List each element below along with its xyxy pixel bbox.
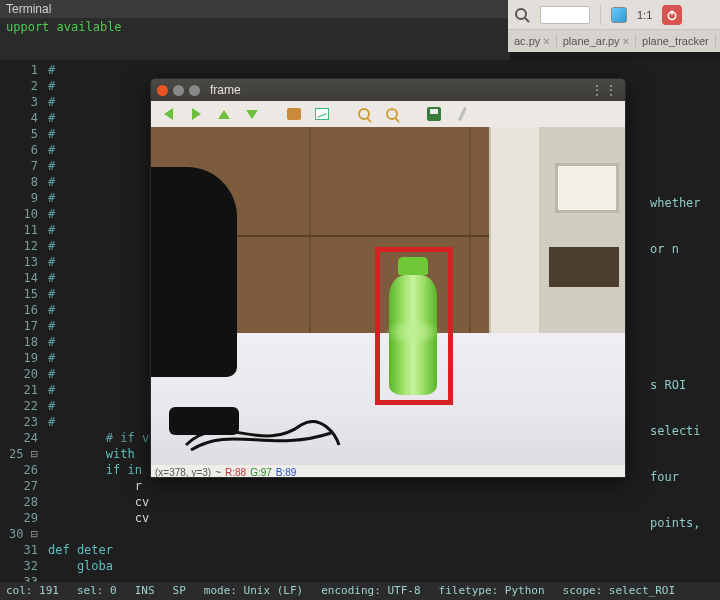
clipped-text: whether or n s ROI selecti four points,: [650, 180, 720, 546]
code-line: # if v: [48, 431, 149, 445]
home-icon[interactable]: [285, 105, 303, 123]
window-grip-icon[interactable]: ⋮⋮: [591, 83, 619, 97]
status-ins: INS: [135, 582, 155, 600]
code-line: with: [48, 447, 135, 461]
readout-xy: (x=378, y=3): [155, 467, 211, 478]
readout-b: B:89: [276, 467, 297, 478]
code-line: r: [48, 479, 142, 493]
svg-point-0: [516, 9, 526, 19]
nav-forward-icon[interactable]: [187, 105, 205, 123]
plot-icon[interactable]: [313, 105, 331, 123]
scene-whiteboard: [555, 163, 619, 213]
opencv-window[interactable]: frame ⋮⋮ (x=378, y=3): [150, 78, 626, 478]
tab-label: ac.py: [514, 35, 540, 47]
svg-line-1: [525, 18, 529, 22]
editor-statusbar: col: 191 sel: 0 INS SP mode: Unix (LF) e…: [0, 582, 720, 600]
code-line: cv: [48, 511, 149, 525]
scene-person: [151, 167, 237, 377]
clipped-line: whether or n: [650, 180, 720, 272]
zoom-in-icon[interactable]: [355, 105, 373, 123]
editor-tabstrip: ac.py× plane_ar.py× plane_tracker: [508, 30, 720, 52]
window-close-icon[interactable]: [157, 85, 168, 96]
nav-down-icon[interactable]: [243, 105, 261, 123]
scene-corkboard: [549, 247, 619, 287]
nav-up-icon[interactable]: [215, 105, 233, 123]
clipped-line: s ROI selecti: [650, 362, 720, 454]
zoom-out-icon[interactable]: [383, 105, 401, 123]
status-encoding: encoding: UTF-8: [321, 582, 420, 600]
code-line: cv: [48, 495, 149, 509]
tray-separator: [600, 5, 601, 25]
zoom-label: 1:1: [637, 9, 652, 21]
tab-plane-ar[interactable]: plane_ar.py×: [557, 35, 636, 47]
tab-ac-py[interactable]: ac.py×: [508, 35, 557, 47]
code-line: if in: [48, 463, 142, 477]
system-tray: 1:1: [508, 0, 720, 30]
brush-icon[interactable]: [453, 105, 471, 123]
tab-label: plane_tracker: [642, 35, 709, 47]
search-icon[interactable]: [514, 7, 530, 23]
window-maximize-icon[interactable]: [189, 85, 200, 96]
status-scope: scope: select_ROI: [563, 582, 676, 600]
pixel-readout: (x=378, y=3) ~ R:88 G:97 B:89: [151, 465, 625, 478]
line-number-gutter: 1 2 3 4 5 6 7 8 9 10 11 12 13 14 15 16 1…: [0, 60, 44, 582]
save-icon[interactable]: [425, 105, 443, 123]
status-mode: mode: Unix (LF): [204, 582, 303, 600]
close-icon[interactable]: ×: [623, 35, 629, 47]
readout-r: R:88: [225, 467, 246, 478]
color-swatch-icon[interactable]: [611, 7, 627, 23]
status-col: col: 191: [6, 582, 59, 600]
search-input[interactable]: [540, 6, 590, 24]
code-line: globa: [48, 559, 113, 573]
close-icon[interactable]: ×: [543, 35, 549, 47]
window-minimize-icon[interactable]: [173, 85, 184, 96]
window-titlebar[interactable]: frame ⋮⋮: [151, 79, 625, 101]
image-toolbar: [151, 101, 625, 127]
power-icon[interactable]: [662, 5, 682, 25]
readout-g: G:97: [250, 467, 272, 478]
code-line: def deter: [48, 543, 113, 557]
terminal-line: upport available: [6, 20, 122, 34]
status-sel: sel: 0: [77, 582, 117, 600]
status-sp: SP: [173, 582, 186, 600]
tab-plane-tracker[interactable]: plane_tracker: [636, 35, 716, 47]
roi-bounding-box[interactable]: [375, 247, 453, 405]
terminal-titlebar: Terminal: [0, 0, 510, 18]
camera-view[interactable]: [151, 127, 625, 465]
scene-door: [489, 127, 539, 347]
readout-tilde: ~: [215, 467, 221, 478]
tab-label: plane_ar.py: [563, 35, 620, 47]
clipped-line: four points,: [650, 454, 720, 546]
status-filetype: filetype: Python: [439, 582, 545, 600]
window-title: frame: [210, 83, 241, 97]
terminal-body: upport available: [0, 18, 510, 60]
scene-right-wall: [539, 127, 625, 347]
scene-cables: [181, 405, 341, 455]
nav-back-icon[interactable]: [159, 105, 177, 123]
